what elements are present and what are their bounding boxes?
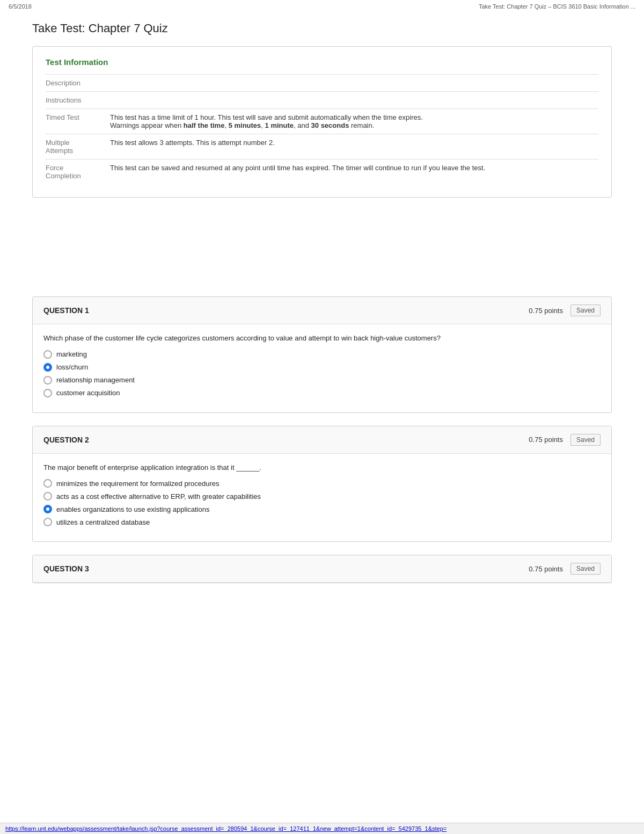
info-row-instructions: Instructions (46, 92, 598, 109)
option-label-relationship: relationship management (56, 376, 135, 384)
option-row[interactable]: minimizes the requirement for formalized… (43, 479, 601, 488)
option-label-enables-orgs: enables organizations to use existing ap… (56, 505, 209, 513)
page-title: Take Test: Chapter 7 Quiz (0, 13, 644, 46)
info-value-timed: This test has a time limit of 1 hour. Th… (110, 109, 598, 134)
question-3-header: QUESTION 3 0.75 points Saved (33, 555, 611, 583)
option-label-customer-acquisition: customer acquisition (56, 389, 120, 397)
info-label-attempts: MultipleAttempts (46, 134, 110, 159)
radio-relationship[interactable] (43, 376, 52, 385)
question-2-text: The major benefit of enterprise applicat… (43, 462, 601, 473)
question-3-saved: Saved (570, 563, 601, 575)
radio-loss-churn[interactable] (43, 363, 52, 372)
option-label-centralized-db: utilizes a centralized database (56, 518, 150, 526)
question-2-card: QUESTION 2 0.75 points Saved The major b… (32, 426, 612, 542)
info-value-attempts: This test allows 3 attempts. This is att… (110, 134, 598, 159)
question-1-card: QUESTION 1 0.75 points Saved Which phase… (32, 296, 612, 413)
info-row-attempts: MultipleAttempts This test allows 3 atte… (46, 134, 598, 159)
info-value-force: This test can be saved and resumed at an… (110, 159, 598, 185)
test-info-title: Test Information (46, 57, 598, 67)
radio-enables-orgs[interactable] (43, 505, 52, 513)
info-value-instructions (110, 92, 598, 109)
info-label-timed: Timed Test (46, 109, 110, 134)
question-1-body: Which phase of the customer life cycle c… (33, 324, 611, 412)
radio-cost-effective[interactable] (43, 492, 52, 501)
radio-centralized-db[interactable] (43, 518, 52, 526)
info-row-force: ForceCompletion This test can be saved a… (46, 159, 598, 185)
question-3-points: 0.75 points (529, 565, 563, 573)
question-1-text: Which phase of the customer life cycle c… (43, 333, 601, 344)
question-2-header: QUESTION 2 0.75 points Saved (33, 426, 611, 454)
option-row[interactable]: relationship management (43, 376, 601, 385)
info-label-instructions: Instructions (46, 92, 110, 109)
question-2-body: The major benefit of enterprise applicat… (33, 454, 611, 542)
info-row-description: Description (46, 75, 598, 92)
question-2-number: QUESTION 2 (43, 436, 89, 444)
spacer (32, 211, 612, 296)
question-3-meta: 0.75 points Saved (529, 563, 601, 575)
info-label-force: ForceCompletion (46, 159, 110, 185)
question-1-number: QUESTION 1 (43, 306, 89, 315)
option-row[interactable]: acts as a cost effective alternative to … (43, 492, 601, 501)
option-row[interactable]: customer acquisition (43, 389, 601, 397)
option-label-minimize: minimizes the requirement for formalized… (56, 480, 219, 488)
option-row[interactable]: enables organizations to use existing ap… (43, 505, 601, 513)
question-1-points: 0.75 points (529, 307, 563, 315)
browser-title: Take Test: Chapter 7 Quiz – BCIS 3610 Ba… (479, 3, 635, 10)
radio-marketing[interactable] (43, 350, 52, 359)
option-label-marketing: marketing (56, 350, 87, 358)
question-3-number: QUESTION 3 (43, 564, 89, 573)
question-2-saved: Saved (570, 434, 601, 446)
test-info-table: Description Instructions Timed Test This… (46, 74, 598, 184)
info-label-description: Description (46, 75, 110, 92)
option-row[interactable]: utilizes a centralized database (43, 518, 601, 526)
page-date: 6/5/2018 (9, 3, 32, 10)
question-1-meta: 0.75 points Saved (529, 304, 601, 316)
question-2-points: 0.75 points (529, 436, 563, 444)
question-1-header: QUESTION 1 0.75 points Saved (33, 297, 611, 324)
question-1-saved: Saved (570, 304, 601, 316)
option-label-cost-effective: acts as a cost effective alternative to … (56, 492, 261, 501)
radio-minimize[interactable] (43, 479, 52, 488)
info-row-timed: Timed Test This test has a time limit of… (46, 109, 598, 134)
test-info-card: Test Information Description Instruction… (32, 46, 612, 198)
option-label-loss-churn: loss/churn (56, 363, 88, 371)
question-3-card: QUESTION 3 0.75 points Saved (32, 555, 612, 583)
info-value-description (110, 75, 598, 92)
question-2-meta: 0.75 points Saved (529, 434, 601, 446)
option-row[interactable]: marketing (43, 350, 601, 359)
radio-customer-acquisition[interactable] (43, 389, 52, 397)
option-row[interactable]: loss/churn (43, 363, 601, 372)
